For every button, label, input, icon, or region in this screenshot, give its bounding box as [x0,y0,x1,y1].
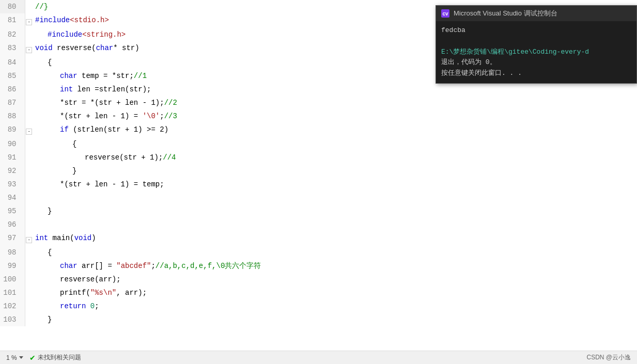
table-row: 98{ [0,246,637,259]
line-number: 84 [0,56,25,69]
code-line: resverse(arr); [33,273,637,286]
fold-button[interactable]: - [26,129,32,135]
debug-console-title-text: Microsoft Visual Studio 调试控制台 [454,9,557,18]
table-row: 91resverse(str + 1);//4 [0,151,637,164]
code-line: { [33,137,637,151]
code-line: *(str + len - 1) = temp; [33,178,637,191]
fold-col[interactable]: - [25,123,33,137]
table-row: 87*str = *(str + len - 1);//2 [0,96,637,109]
fold-col [25,109,33,123]
table-row: 99char arr[] = "abcdef";//a,b,c,d,e,f,\0… [0,259,637,273]
status-left: 1 % ✔ 未找到相关问题 [6,353,81,362]
line-number: 91 [0,151,25,164]
code-line: } [33,204,637,218]
fold-col [25,246,33,259]
fold-col [25,204,33,218]
code-line: { [33,246,637,259]
table-row: 101printf("%s\n", arr); [0,286,637,299]
fold-col [25,0,33,13]
fold-col[interactable]: - [25,13,33,28]
line-number: 82 [0,28,25,41]
line-number: 92 [0,164,25,178]
table-row: 86int len =strlen(str); [0,83,637,96]
table-row: 103} [0,313,637,326]
zoom-control[interactable]: 1 % [6,354,23,361]
code-line: printf("%s\n", arr); [33,286,637,299]
table-row: 102return 0; [0,299,637,313]
code-line: int len =strlen(str); [33,83,637,96]
no-issues-indicator: ✔ 未找到相关问题 [29,353,81,362]
table-row: 92} [0,164,637,178]
attribution: CSDN @云小逸 [586,353,631,362]
table-row: 89-if (strlen(str + 1) >= 2) [0,123,637,137]
line-number: 81 [0,13,25,28]
line-number: 85 [0,69,25,83]
line-number: 83 [0,41,25,56]
line-number: 86 [0,83,25,96]
debug-output-line: fedcba [441,25,631,36]
code-line: } [33,164,637,178]
debug-console[interactable]: cv Microsoft Visual Studio 调试控制台 fedcba … [436,5,637,84]
debug-console-body: fedcba E:\梦想杂货铺\编程\gitee\Coding-every-d退… [436,21,636,83]
line-number: 90 [0,137,25,151]
line-number: 102 [0,299,25,313]
fold-button[interactable]: - [26,47,32,53]
fold-col[interactable]: - [25,231,33,246]
line-number: 100 [0,273,25,286]
zoom-label: 1 % [6,354,17,361]
line-number: 80 [0,0,25,13]
code-line [33,191,637,204]
fold-button[interactable]: - [26,19,32,25]
line-number: 101 [0,286,25,299]
line-number: 99 [0,259,25,273]
line-number: 93 [0,178,25,191]
code-line: if (strlen(str + 1) >= 2) [33,123,637,137]
debug-output-line: 按任意键关闭此窗口. . . [441,68,631,79]
fold-col [25,273,33,286]
code-line: return 0; [33,299,637,313]
line-number: 95 [0,204,25,218]
line-number: 88 [0,109,25,123]
fold-col [25,313,33,326]
debug-output-line [441,36,631,47]
table-row: 94 [0,191,637,204]
no-issues-label: 未找到相关问题 [38,353,81,362]
fold-button[interactable]: - [26,237,32,243]
fold-col [25,299,33,313]
code-line: resverse(str + 1);//4 [33,151,637,164]
debug-output-line: 退出，代码为 0。 [441,57,631,68]
fold-col [25,28,33,41]
code-line: char arr[] = "abcdef";//a,b,c,d,e,f,\0共六… [33,259,637,273]
table-row: 88*(str + len - 1) = '\0';//3 [0,109,637,123]
table-row: 90{ [0,137,637,151]
check-icon: ✔ [29,354,36,362]
zoom-dropdown-icon [19,356,23,359]
code-line: *str = *(str + len - 1);//2 [33,96,637,109]
table-row: 95} [0,204,637,218]
status-bar: 1 % ✔ 未找到相关问题 CSDN @云小逸 [0,351,637,364]
fold-col [25,164,33,178]
table-row: 96 [0,218,637,231]
fold-col[interactable]: - [25,41,33,56]
line-number: 94 [0,191,25,204]
line-number: 103 [0,313,25,326]
line-number: 98 [0,246,25,259]
fold-col [25,178,33,191]
table-row: 93*(str + len - 1) = temp; [0,178,637,191]
fold-col [25,69,33,83]
fold-col [25,259,33,273]
fold-col [25,96,33,109]
table-row: 97-int main(void) [0,231,637,246]
code-line: int main(void) [33,231,637,246]
debug-console-title: cv Microsoft Visual Studio 调试控制台 [436,6,636,21]
line-number: 96 [0,218,25,231]
line-number: 89 [0,123,25,137]
code-line: } [33,313,637,326]
debug-output-line: E:\梦想杂货铺\编程\gitee\Coding-every-d [441,47,631,58]
debug-console-icon: cv [441,9,449,18]
fold-col [25,191,33,204]
fold-col [25,137,33,151]
fold-col [25,83,33,96]
line-number: 97 [0,231,25,246]
table-row: 100resverse(arr); [0,273,637,286]
